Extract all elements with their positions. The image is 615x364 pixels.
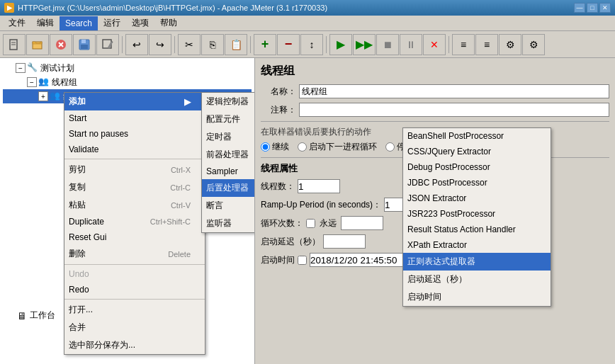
menu-search[interactable]: Search bbox=[60, 16, 98, 30]
redo-button[interactable]: ↪ bbox=[149, 34, 171, 55]
menu-file[interactable]: 文件 bbox=[3, 16, 31, 30]
delay-label: 启动延迟（秒） bbox=[261, 236, 320, 248]
toolbar-group-run: ▶ ▶▶ ⏹ ⏸ ✕ bbox=[329, 34, 446, 55]
pp-json[interactable]: JSON Extractor bbox=[403, 190, 551, 206]
cut-button[interactable]: ✂ bbox=[178, 34, 201, 55]
toolbar-sep-1 bbox=[122, 36, 123, 53]
title-controls: — □ ✕ bbox=[574, 3, 611, 13]
threads-input[interactable] bbox=[298, 179, 340, 193]
pp-beanshell[interactable]: BeanShell PostProcessor bbox=[403, 128, 551, 144]
open-button[interactable] bbox=[26, 34, 49, 55]
pp-start-time[interactable]: 启动时间 bbox=[403, 288, 551, 306]
add-listener[interactable]: 监听器 ▶ bbox=[202, 215, 255, 232]
add-logic-controller[interactable]: 逻辑控制器 ▶ bbox=[202, 93, 255, 110]
threads-label: 线程数： bbox=[261, 181, 295, 193]
add-assertion[interactable]: 断言 ▶ bbox=[202, 197, 255, 215]
add-timer[interactable]: 定时器 ▶ bbox=[202, 128, 255, 146]
tree-expand-thread-group[interactable]: − bbox=[27, 77, 37, 87]
add-pre-processor[interactable]: 前器处理器 ▶ bbox=[202, 146, 255, 164]
workbench-icon: 🖥 bbox=[17, 310, 27, 322]
shutdown-button[interactable]: ⏸ bbox=[400, 34, 422, 55]
forever-checkbox[interactable] bbox=[306, 219, 315, 228]
pp-regex[interactable]: 正则表达式提取器 bbox=[403, 253, 551, 271]
ctx-start-no-pause[interactable]: Start no pauses bbox=[64, 126, 205, 142]
start-time-input[interactable] bbox=[310, 253, 409, 267]
add-config-element[interactable]: 配置元件 bbox=[202, 110, 255, 128]
ctx-add[interactable]: 添加 ▶ bbox=[64, 93, 205, 110]
ctx-redo[interactable]: Redo bbox=[64, 282, 205, 297]
name-label: 名称： bbox=[261, 86, 296, 98]
misc-btn1[interactable]: ≡ bbox=[452, 34, 475, 55]
menu-bar: 文件 编辑 Search 运行 选项 帮助 bbox=[0, 16, 615, 31]
paste-button[interactable]: 📋 bbox=[225, 34, 247, 55]
undo-button[interactable]: ↩ bbox=[125, 34, 148, 55]
delay-input[interactable] bbox=[323, 234, 366, 249]
divider-1 bbox=[261, 121, 609, 122]
ctx-cut[interactable]: 剪切 Ctrl-X bbox=[64, 161, 205, 178]
pp-jsr223[interactable]: JSR223 PostProcessor bbox=[403, 206, 551, 222]
loop-label: 循环次数： bbox=[261, 217, 303, 229]
copy-button[interactable]: ⎘ bbox=[201, 34, 224, 55]
clear-button[interactable]: ✕ bbox=[423, 34, 446, 55]
close-button[interactable]: ✕ bbox=[599, 3, 611, 13]
tree-expand-thread-group-child[interactable]: + bbox=[38, 91, 48, 101]
new-button[interactable] bbox=[3, 34, 26, 55]
name-row: 名称： bbox=[261, 84, 609, 98]
start-run-button[interactable]: ▶ bbox=[329, 34, 352, 55]
pp-result-status[interactable]: Result Status Action Handler bbox=[403, 222, 551, 237]
start-no-pause-button[interactable]: ▶▶ bbox=[353, 34, 376, 55]
edit-button[interactable] bbox=[96, 34, 119, 55]
loop-input[interactable] bbox=[341, 216, 383, 230]
ctx-duplicate[interactable]: Duplicate Ctrl+Shift-C bbox=[64, 214, 205, 229]
start-time-checkbox[interactable] bbox=[298, 256, 307, 265]
ctx-merge[interactable]: 合并 bbox=[64, 319, 205, 336]
ctx-copy[interactable]: 复制 Ctrl-C bbox=[64, 178, 205, 196]
pp-debug[interactable]: Debug PostProcessor bbox=[403, 159, 551, 175]
ctx-undo[interactable]: Undo bbox=[64, 266, 205, 282]
tree-item-thread-group-parent[interactable]: − 👥 线程组 bbox=[3, 75, 252, 89]
ctx-paste[interactable]: 粘贴 Ctrl-V bbox=[64, 196, 205, 214]
app-icon: ▶ bbox=[4, 3, 14, 13]
settings-btn2[interactable]: ⚙ bbox=[522, 34, 545, 55]
add-post-processor[interactable]: 后置处理器 ▶ bbox=[202, 179, 255, 197]
pp-css-jquery[interactable]: CSS/JQuery Extractor bbox=[403, 144, 551, 159]
tree-item-test-plan[interactable]: − 🔧 测试计划 bbox=[3, 61, 252, 75]
left-panel: − 🔧 测试计划 − 👥 线程组 + 👥 线程组 bbox=[0, 58, 255, 364]
menu-options[interactable]: 选项 bbox=[126, 16, 154, 30]
menu-edit[interactable]: 编辑 bbox=[31, 16, 60, 30]
ctx-start[interactable]: Start bbox=[64, 110, 205, 126]
remove-button[interactable]: − bbox=[277, 34, 300, 55]
settings-btn1[interactable]: ⚙ bbox=[499, 34, 521, 55]
pp-jdbc[interactable]: JDBC PostProcessor bbox=[403, 175, 551, 190]
pp-start-delay[interactable]: 启动延迟（秒） bbox=[403, 271, 551, 288]
tree-expand-test-plan[interactable]: − bbox=[16, 63, 26, 73]
comment-row: 注释： bbox=[261, 103, 609, 117]
ctx-delete[interactable]: 删除 Delete bbox=[64, 245, 205, 263]
context-menu: 添加 ▶ Start Start no pauses Validate 剪切 C… bbox=[64, 92, 205, 355]
add-button[interactable]: + bbox=[254, 34, 276, 55]
add-sampler[interactable]: Sampler ▶ bbox=[202, 164, 255, 179]
stop-button[interactable]: ⏹ bbox=[376, 34, 399, 55]
radio-continue[interactable]: 继续 bbox=[261, 141, 289, 153]
radio-stop-thread[interactable]: 启动下一进程循环 bbox=[298, 141, 377, 153]
pp-xpath[interactable]: XPath Extractor bbox=[403, 237, 551, 253]
maximize-button[interactable]: □ bbox=[587, 3, 598, 13]
ctx-validate[interactable]: Validate bbox=[64, 142, 205, 157]
comment-input[interactable] bbox=[299, 103, 609, 117]
toolbar-sep-3 bbox=[250, 36, 251, 53]
ctx-sep-3 bbox=[64, 299, 205, 300]
test-plan-icon: 🔧 bbox=[27, 62, 38, 74]
misc-btn2[interactable]: ≡ bbox=[475, 34, 498, 55]
ctx-reset-gui[interactable]: Reset Gui bbox=[64, 229, 205, 245]
save-button[interactable] bbox=[73, 34, 96, 55]
move-button[interactable]: ↕ bbox=[300, 34, 323, 55]
name-input[interactable] bbox=[299, 84, 609, 98]
minimize-button[interactable]: — bbox=[574, 3, 585, 13]
menu-run[interactable]: 运行 bbox=[98, 16, 126, 30]
menu-help[interactable]: 帮助 bbox=[154, 16, 183, 30]
toolbar-sep-5 bbox=[448, 36, 449, 53]
close-file-button[interactable] bbox=[50, 34, 72, 55]
ctx-save-selection[interactable]: 选中部分保存为... bbox=[64, 336, 205, 354]
ctx-open[interactable]: 打开... bbox=[64, 301, 205, 319]
toolbar-group-clipboard: ✂ ⎘ 📋 bbox=[178, 34, 247, 55]
